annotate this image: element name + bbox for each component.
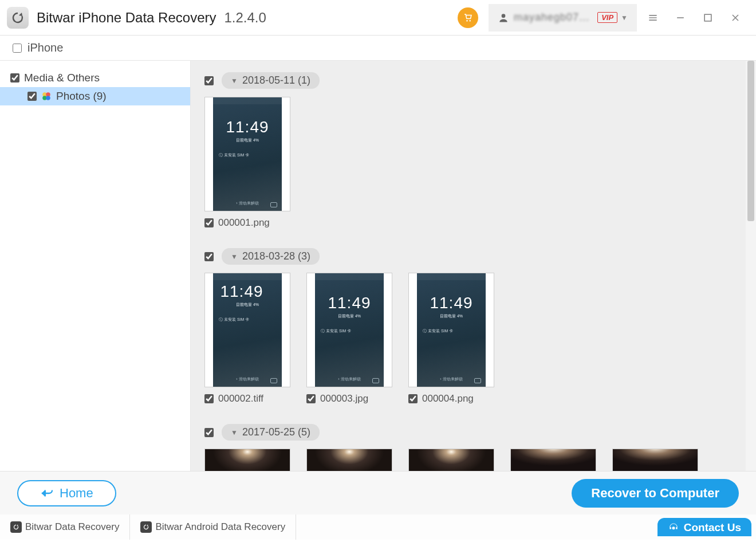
maximize-button[interactable]	[694, 4, 722, 32]
thumb-item[interactable]	[408, 449, 494, 471]
content-pane: ▼2018-05-11 (1)11:49目前电量 4%未安装 SIM 卡› 滑动…	[191, 61, 756, 471]
cart-button[interactable]	[458, 7, 478, 28]
footer-link-label: Bitwar Data Recovery	[25, 521, 119, 533]
thumb-item[interactable]	[204, 449, 290, 471]
thumb-checkbox[interactable]	[306, 394, 316, 403]
user-menu[interactable]: mayahegb07... VIP ▼	[489, 4, 637, 32]
thumb-label-row: 000001.png	[204, 217, 290, 229]
app-title: Bitwar iPhone Data Recovery	[37, 10, 216, 26]
thumb-filename: 000003.jpg	[320, 393, 368, 404]
hamburger-menu-button[interactable]	[639, 4, 667, 32]
group-date-label: 2018-03-28 (3)	[242, 250, 310, 262]
chevron-down-icon: ▼	[621, 14, 628, 22]
thumb-item[interactable]	[612, 449, 698, 471]
thumbnail[interactable]	[204, 449, 290, 471]
sidebar-category-label: Media & Others	[24, 72, 100, 84]
refresh-icon	[140, 521, 152, 533]
sidebar: Media & Others Photos (9)	[0, 61, 191, 471]
group-header: ▼2018-05-11 (1)	[204, 72, 742, 89]
sidebar-category-checkbox[interactable]	[10, 73, 19, 82]
thumb-item[interactable]: 11:49目前电量 4%未安装 SIM 卡› 滑动来解锁000003.jpg	[306, 273, 392, 404]
group-checkbox[interactable]	[204, 76, 214, 85]
contact-us-button[interactable]: Contact Us	[657, 518, 751, 536]
thumb-filename: 000001.png	[218, 217, 270, 229]
thumb-label-row: 000002.tiff	[204, 393, 290, 404]
thumb-checkbox[interactable]	[408, 394, 418, 403]
thumbnail[interactable]	[510, 449, 596, 471]
svg-point-0	[466, 20, 467, 21]
group-checkbox[interactable]	[204, 428, 214, 437]
thumb-item[interactable]: 11:49目前电量 4%未安装 SIM 卡› 滑动来解锁000002.tiff	[204, 273, 290, 404]
cart-icon	[463, 13, 473, 23]
group-date-pill[interactable]: ▼2018-05-11 (1)	[222, 72, 320, 89]
svg-point-1	[470, 20, 471, 21]
thumb-item[interactable]: 11:49目前电量 4%未安装 SIM 卡› 滑动来解锁000001.png	[204, 97, 290, 229]
thumb-filename: 000002.tiff	[218, 393, 263, 404]
person-icon	[498, 12, 509, 23]
group-date-label: 2018-05-11 (1)	[242, 74, 310, 87]
app-logo	[7, 7, 29, 29]
thumbnail[interactable]: 11:49目前电量 4%未安装 SIM 卡› 滑动来解锁	[204, 97, 290, 211]
thumbs-row: 11:49目前电量 4%未安装 SIM 卡› 滑动来解锁000001.png	[204, 97, 742, 229]
recover-button-label: Recover to Computer	[591, 486, 719, 500]
back-arrow-icon	[40, 488, 53, 498]
svg-point-8	[672, 527, 675, 529]
svg-rect-3	[704, 14, 711, 21]
device-row: iPhone	[0, 36, 756, 61]
photos-icon	[41, 91, 52, 101]
thumbnail[interactable]: 11:49目前电量 4%未安装 SIM 卡› 滑动来解锁	[204, 273, 290, 387]
thumb-item[interactable]	[306, 449, 392, 471]
chevron-down-icon: ▼	[231, 253, 238, 261]
thumbnail[interactable]	[408, 449, 494, 471]
group-header: ▼2018-03-28 (3)	[204, 248, 742, 265]
thumbnail[interactable]: 11:49目前电量 4%未安装 SIM 卡› 滑动来解锁	[306, 273, 392, 387]
recover-button[interactable]: Recover to Computer	[572, 479, 739, 508]
thumbnail[interactable]	[612, 449, 698, 471]
footer-link-android-recovery[interactable]: Bitwar Android Data Recovery	[130, 514, 296, 540]
sidebar-photos-label: Photos (9)	[56, 90, 107, 103]
thumbnail[interactable]	[306, 449, 392, 471]
sidebar-item-photos[interactable]: Photos (9)	[0, 87, 190, 105]
svg-point-2	[502, 14, 506, 18]
title-bar: Bitwar iPhone Data Recovery 1.2.4.0 maya…	[0, 0, 756, 36]
action-bar: Home Recover to Computer	[0, 471, 756, 514]
group-date-label: 2017-05-25 (5)	[242, 426, 310, 438]
sidebar-category-media-others[interactable]: Media & Others	[0, 69, 190, 87]
home-button-label: Home	[60, 486, 93, 501]
scrollbar[interactable]	[746, 61, 756, 471]
group-date-pill[interactable]: ▼2017-05-25 (5)	[222, 424, 320, 441]
minimize-button[interactable]	[667, 4, 694, 32]
chevron-down-icon: ▼	[231, 429, 238, 437]
headset-icon	[668, 522, 679, 533]
device-label: iPhone	[27, 41, 63, 54]
footer-link-label: Bitwar Android Data Recovery	[155, 521, 285, 533]
app-version: 1.2.4.0	[224, 10, 266, 26]
group-checkbox[interactable]	[204, 252, 214, 261]
footer: Bitwar Data Recovery Bitwar Android Data…	[0, 514, 756, 540]
sidebar-photos-checkbox[interactable]	[27, 92, 37, 101]
refresh-icon	[10, 521, 22, 533]
footer-link-data-recovery[interactable]: Bitwar Data Recovery	[0, 514, 130, 540]
thumb-checkbox[interactable]	[204, 394, 214, 403]
thumb-label-row: 000004.png	[408, 393, 494, 404]
thumbs-row	[204, 449, 742, 471]
vip-badge: VIP	[597, 12, 617, 23]
chevron-down-icon: ▼	[231, 77, 238, 85]
group-header: ▼2017-05-25 (5)	[204, 424, 742, 441]
contact-us-label: Contact Us	[684, 521, 741, 534]
thumb-item[interactable]	[510, 449, 596, 471]
thumb-checkbox[interactable]	[204, 218, 214, 227]
svg-point-7	[46, 96, 50, 100]
user-name-label: mayahegb07...	[514, 11, 589, 23]
thumb-filename: 000004.png	[422, 393, 474, 404]
home-button[interactable]: Home	[17, 480, 116, 506]
thumb-label-row: 000003.jpg	[306, 393, 392, 404]
thumbs-row: 11:49目前电量 4%未安装 SIM 卡› 滑动来解锁000002.tiff1…	[204, 273, 742, 404]
thumbnail[interactable]: 11:49目前电量 4%未安装 SIM 卡› 滑动来解锁	[408, 273, 494, 387]
close-button[interactable]	[722, 4, 749, 32]
thumb-item[interactable]: 11:49目前电量 4%未安装 SIM 卡› 滑动来解锁000004.png	[408, 273, 494, 404]
group-date-pill[interactable]: ▼2018-03-28 (3)	[222, 248, 320, 265]
device-checkbox[interactable]	[13, 44, 22, 53]
